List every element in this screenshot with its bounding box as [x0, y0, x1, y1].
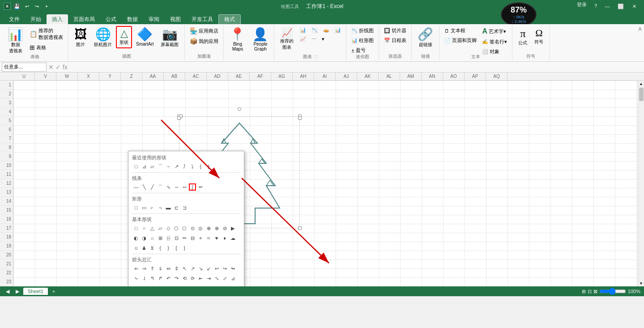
col-header-ak[interactable]: AK [357, 72, 379, 80]
selected-line-shape[interactable]: ∫ [189, 183, 196, 191]
bs25[interactable]: ♦ [221, 234, 229, 242]
col-header-z[interactable]: Z [121, 72, 142, 80]
bs7[interactable]: ⬠ [180, 224, 188, 232]
tab-layout[interactable]: 页面布局 [68, 14, 100, 24]
col-header-ab[interactable]: AB [164, 72, 185, 80]
zoom-slider[interactable] [599, 288, 626, 295]
arr10[interactable]: ↙ [205, 264, 213, 273]
shapes-button[interactable]: △ 形状 [116, 26, 132, 48]
col-header-ac[interactable]: AC [185, 72, 207, 80]
arr35[interactable]: ⟺ [196, 284, 205, 286]
arr3[interactable]: ⇑ [148, 264, 156, 273]
row-4[interactable]: 4 [0, 107, 13, 116]
col-header-al[interactable]: AL [379, 72, 400, 80]
row-23[interactable]: 23 [0, 277, 13, 286]
row-18[interactable]: 18 [0, 233, 13, 242]
picture-button[interactable]: 🖼 图片 [71, 26, 90, 50]
bs31[interactable]: } [164, 244, 172, 252]
arr16[interactable]: ↰ [148, 274, 156, 282]
col-header-y[interactable]: Y [99, 72, 121, 80]
row-15[interactable]: 15 [0, 206, 13, 215]
scroll-up-button[interactable]: ▲ [638, 81, 644, 87]
col-header-aq[interactable]: AQ [486, 72, 508, 80]
textbox-button[interactable]: 🗒 文本框 [442, 26, 479, 35]
column-chart-button[interactable]: 📊 [298, 26, 308, 34]
column-sparkline-button[interactable]: 📊 柱形图 [349, 36, 376, 45]
col-header-ai[interactable]: AI [314, 72, 336, 80]
normal-view-button[interactable]: ⊞ [582, 289, 586, 294]
bs21[interactable]: ⊟ [188, 234, 196, 242]
bs20[interactable]: ✏ [180, 234, 188, 242]
col-header-an[interactable]: AN [422, 72, 443, 80]
next-sheet-button[interactable]: ▶ [13, 287, 21, 295]
rect-stripe[interactable]: ⊏ [172, 204, 180, 212]
arr1[interactable]: ⇐ [132, 264, 140, 273]
row-1[interactable]: 1 [0, 81, 13, 89]
shape-item[interactable]: ⊿ [140, 162, 148, 170]
bs14[interactable]: ◐ [132, 234, 140, 242]
row-19[interactable]: 19 [0, 242, 13, 251]
arr26[interactable]: ⊿ [229, 274, 237, 282]
arr22[interactable]: ⇤ [196, 274, 205, 282]
arr23[interactable]: ⇥ [205, 274, 213, 282]
scroll-thumb[interactable] [639, 88, 644, 101]
shape-item[interactable]: ⤵ [188, 162, 196, 170]
bs27[interactable]: ☺ [132, 244, 140, 252]
bs23[interactable]: ⌗ [205, 234, 213, 242]
shape-item[interactable]: ▱ [148, 162, 156, 170]
bs16[interactable]: ⌂ [148, 234, 156, 242]
signature-button[interactable]: ✍ 签名行▾ [480, 37, 509, 47]
screenshot-button[interactable]: 📷 屏幕截图 [158, 26, 182, 50]
col-header-af[interactable]: AF [250, 72, 271, 80]
object-button[interactable]: ⬜ 对象 [480, 47, 509, 56]
tab-insert[interactable]: 插入 [47, 14, 68, 24]
line-curve1[interactable]: ⌒ [156, 183, 164, 191]
col-header-ap[interactable]: AP [465, 72, 486, 80]
shape-item[interactable]: ⤴ [180, 162, 188, 170]
bs24[interactable]: ♥ [213, 234, 221, 242]
bs30[interactable]: { [156, 244, 164, 252]
arr12[interactable]: ↪ [221, 264, 229, 273]
arr19[interactable]: ↷ [172, 274, 180, 282]
bs29[interactable]: ⊻ [148, 244, 156, 252]
recommended-charts-button[interactable]: 📈 推荐的图表 [277, 26, 297, 53]
prev-sheet-button[interactable]: ◀ [4, 287, 12, 295]
symbol-button[interactable]: Ω 符号 [531, 26, 546, 47]
col-header-x[interactable]: X [78, 72, 99, 80]
pivot-table-button[interactable]: 📊 数据透视表 [4, 26, 26, 56]
pie-chart-button[interactable]: 🥧 [321, 26, 332, 34]
arr14[interactable]: ⤷ [132, 274, 140, 282]
col-header-ad[interactable]: AD [207, 72, 228, 80]
help-button[interactable]: ? [591, 1, 600, 10]
page-layout-button[interactable]: ⊡ [588, 289, 592, 294]
line-curve3[interactable]: ∽ [172, 183, 180, 191]
shape-item[interactable]: } [205, 162, 213, 170]
arr13[interactable]: ↬ [229, 264, 237, 273]
col-header-ao[interactable]: AO [443, 72, 465, 80]
tab-home[interactable]: 开始 [25, 14, 47, 24]
arr15[interactable]: ⤸ [140, 274, 148, 282]
row-17[interactable]: 17 [0, 224, 13, 233]
shape-item[interactable]: □ [132, 162, 140, 170]
rect-square[interactable]: □ [132, 204, 140, 212]
bs3[interactable]: △ [148, 224, 156, 232]
save-button[interactable]: 💾 [13, 2, 21, 11]
bs13[interactable]: ▶ [229, 224, 237, 232]
row-13[interactable]: 13 [0, 188, 13, 197]
arr29[interactable]: ⇿ [148, 284, 156, 286]
row-3[interactable]: 3 [0, 98, 13, 107]
online-picture-button[interactable]: 🌐 联机图片 [91, 26, 115, 50]
ribbon-collapse-button[interactable]: ∧ [638, 25, 642, 32]
row-12[interactable]: 12 [0, 179, 13, 188]
bs11[interactable]: ⊗ [213, 224, 221, 232]
bs28[interactable]: ♟ [140, 244, 148, 252]
area-chart-button[interactable]: 📈 [298, 35, 308, 43]
bs9[interactable]: ◎ [196, 224, 205, 232]
vertical-scrollbar[interactable]: ▲ ▼ [638, 81, 644, 286]
tab-data[interactable]: 数据 [122, 14, 143, 24]
arr24[interactable]: ⤡ [213, 274, 221, 282]
rect-frame[interactable]: ▬ [164, 204, 172, 212]
timeline-button[interactable]: 📅 日程表 [382, 36, 409, 45]
row-5[interactable]: 5 [0, 116, 13, 125]
line-curve2[interactable]: ∿ [164, 183, 172, 191]
